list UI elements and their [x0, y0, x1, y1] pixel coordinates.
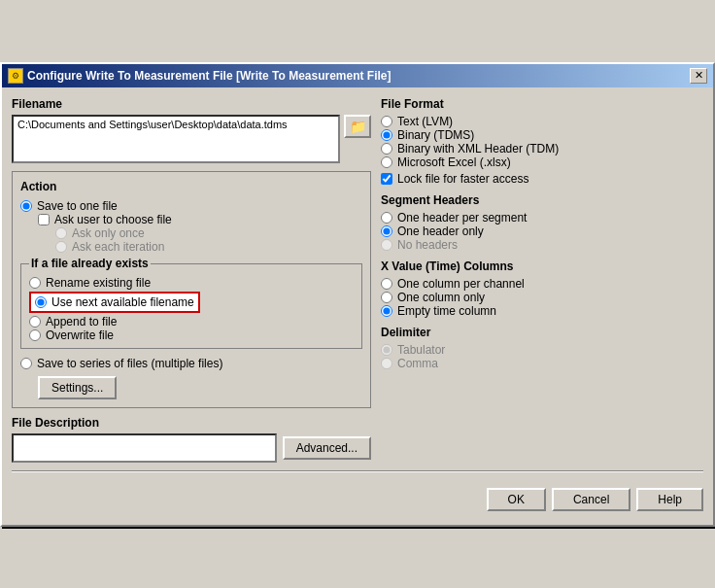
bottom-right-buttons: OK Cancel Help [487, 488, 703, 511]
file-description-label: File Description [12, 416, 371, 430]
if-exists-rename-label: Rename existing file [46, 276, 151, 290]
delimiter-comma: Comma [381, 357, 703, 370]
cancel-button[interactable]: Cancel [552, 488, 630, 511]
if-exists-rename: Rename existing file [29, 276, 354, 290]
if-exists-title: If a file already exists [29, 257, 151, 270]
window-icon: ⚙ [8, 68, 23, 84]
seg-one-only-label: One header only [397, 225, 484, 238]
format-binary-tdms-label: Binary (TDMS) [397, 128, 474, 142]
x-value-label: X Value (Time) Columns [381, 259, 703, 273]
x-one-only: One column only [381, 291, 703, 304]
format-excel: Microsoft Excel (.xlsx) [381, 156, 703, 169]
if-exists-use-next[interactable]: Use next available filename [29, 292, 354, 313]
browse-button[interactable]: 📁 [344, 115, 371, 138]
if-exists-box: If a file already exists Rename existing… [20, 263, 362, 349]
action-save-one-label: Save to one file [37, 199, 118, 213]
main-layout: Filename C:\Documents and Settings\user\… [12, 97, 703, 463]
delimiter-tabulator-label: Tabulator [397, 343, 445, 357]
format-excel-label: Microsoft Excel (.xlsx) [397, 156, 511, 169]
help-button[interactable]: Help [636, 488, 703, 511]
lock-file-label: Lock file for faster access [397, 172, 528, 186]
close-button[interactable]: ✕ [690, 68, 707, 84]
separator [12, 470, 703, 472]
action-ask-user-label: Ask user to choose file [54, 213, 172, 226]
bottom-bar: OK Cancel Help [12, 482, 703, 515]
main-window: ⚙ Configure Write To Measurement File [W… [0, 62, 715, 527]
x-empty-time-label: Empty time column [397, 304, 496, 318]
action-ask-each: Ask each iteration [20, 240, 362, 254]
action-save-one: Save to one file [20, 199, 362, 213]
settings-button[interactable]: Settings... [38, 376, 117, 399]
segment-headers-section: Segment Headers One header per segment O… [381, 193, 703, 252]
seg-one-per-seg: One header per segment [381, 211, 703, 225]
save-series: Save to series of files (multiple files) [20, 357, 362, 370]
format-binary-xml: Binary with XML Header (TDM) [381, 142, 703, 156]
filename-row: C:\Documents and Settings\user\Desktop\d… [12, 115, 371, 163]
action-title: Action [20, 180, 362, 193]
format-text-lvm: Text (LVM) [381, 115, 703, 128]
delimiter-comma-label: Comma [397, 357, 438, 370]
advanced-button[interactable]: Advanced... [283, 436, 371, 460]
format-text-lvm-label: Text (LVM) [397, 115, 453, 128]
ok-button[interactable]: OK [487, 488, 546, 511]
action-ask-once: Ask only once [20, 226, 362, 240]
x-empty-time: Empty time column [381, 304, 703, 318]
action-section: Action Save to one file Ask user to choo… [12, 171, 371, 408]
delimiter-label: Delimiter [381, 326, 703, 339]
x-one-per-channel: One column per channel [381, 277, 703, 291]
use-next-highlighted: Use next available filename [29, 292, 200, 313]
save-series-label: Save to series of files (multiple files) [37, 357, 222, 370]
format-binary-tdms: Binary (TDMS) [381, 128, 703, 142]
title-bar-left: ⚙ Configure Write To Measurement File [W… [8, 68, 392, 84]
seg-one-only: One header only [381, 225, 703, 238]
segment-headers-label: Segment Headers [381, 193, 703, 207]
file-description-section: File Description Advanced... [12, 416, 371, 463]
x-one-per-channel-label: One column per channel [397, 277, 525, 291]
seg-no-headers: No headers [381, 238, 703, 252]
file-description-input[interactable] [12, 433, 277, 463]
seg-no-headers-label: No headers [397, 238, 458, 252]
if-exists-append-label: Append to file [46, 315, 117, 329]
action-ask-once-label: Ask only once [72, 226, 145, 240]
delimiter-tabulator: Tabulator [381, 343, 703, 357]
window-body: Filename C:\Documents and Settings\user\… [2, 87, 713, 525]
left-panel: Filename C:\Documents and Settings\user\… [12, 97, 371, 463]
if-exists-overwrite: Overwrite file [29, 329, 354, 342]
window-title: Configure Write To Measurement File [Wri… [27, 69, 392, 83]
x-one-only-label: One column only [397, 291, 485, 304]
file-format-label: File Format [381, 97, 703, 111]
if-exists-overwrite-label: Overwrite file [46, 329, 114, 342]
action-ask-user: Ask user to choose file [20, 213, 362, 226]
right-panel: File Format Text (LVM) Binary (TDMS) Bin… [381, 97, 703, 463]
file-format-section: File Format Text (LVM) Binary (TDMS) Bin… [381, 97, 703, 186]
filename-input[interactable]: C:\Documents and Settings\user\Desktop\d… [12, 115, 340, 163]
if-exists-append: Append to file [29, 315, 354, 329]
seg-one-per-seg-label: One header per segment [397, 211, 527, 225]
x-value-columns-section: X Value (Time) Columns One column per ch… [381, 259, 703, 318]
action-ask-each-label: Ask each iteration [72, 240, 164, 254]
filename-section: Filename C:\Documents and Settings\user\… [12, 97, 371, 163]
delimiter-section: Delimiter Tabulator Comma [381, 326, 703, 370]
title-bar: ⚙ Configure Write To Measurement File [W… [2, 64, 713, 87]
filename-label: Filename [12, 97, 371, 111]
if-exists-use-next-label: Use next available filename [51, 295, 194, 309]
format-binary-xml-label: Binary with XML Header (TDM) [397, 142, 559, 156]
lock-file: Lock file for faster access [381, 172, 703, 186]
